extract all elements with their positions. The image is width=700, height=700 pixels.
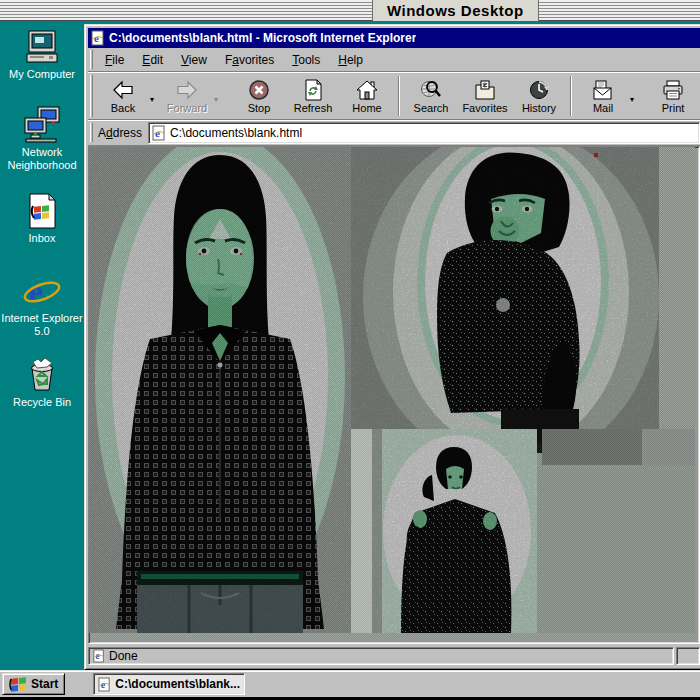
search-button[interactable]: Search <box>404 74 458 118</box>
background-filler <box>351 429 372 633</box>
status-zone-panel <box>676 647 700 665</box>
background-filler <box>659 147 695 453</box>
svg-text:e: e <box>96 651 100 661</box>
start-button[interactable]: Start <box>2 673 65 695</box>
menu-tools[interactable]: Tools <box>283 51 329 69</box>
search-icon <box>420 79 442 101</box>
desktop-icon-recycle-bin[interactable]: Recycle Bin <box>0 356 84 409</box>
page-content <box>88 146 700 644</box>
ie-page-icon: e <box>98 677 111 692</box>
svg-text:e: e <box>29 273 43 309</box>
refresh-button[interactable]: Refresh <box>286 74 340 118</box>
desktop-icon-label: Internet Explorer 5.0 <box>0 312 84 338</box>
menu-file[interactable]: File <box>96 51 133 69</box>
menu-favorites[interactable]: Favorites <box>216 51 283 69</box>
recycle-bin-icon <box>22 356 62 394</box>
history-button[interactable]: History <box>512 74 566 118</box>
toolbar-separator <box>570 76 572 116</box>
menu-view[interactable]: View <box>172 51 216 69</box>
menu-bar: File Edit View Favorites Tools Help <box>88 48 700 72</box>
ie-page-icon: e <box>91 30 105 46</box>
status-bar: e Done <box>88 644 700 666</box>
ie-page-icon: e <box>93 649 105 663</box>
history-icon <box>528 79 550 101</box>
address-label: Address <box>96 126 148 140</box>
menu-help[interactable]: Help <box>329 51 372 69</box>
desktop-icon-network-neighborhood[interactable]: Network Neighborhood <box>0 106 84 172</box>
crouching-photo <box>372 429 537 633</box>
back-dropdown[interactable]: ▾ <box>150 95 160 104</box>
stop-button[interactable]: Stop <box>232 74 286 118</box>
background-filler <box>542 429 642 465</box>
taskbar-task-blank-html[interactable]: e C:\documents\blank.... <box>93 673 245 695</box>
refresh-icon <box>302 79 324 101</box>
favorites-button[interactable]: Favorites <box>458 74 512 118</box>
forward-dropdown[interactable]: ▾ <box>214 95 224 104</box>
toolbar-gripper[interactable] <box>90 75 93 117</box>
desktop-icon-label: Inbox <box>0 232 84 245</box>
mail-icon <box>592 79 614 101</box>
stop-icon <box>248 79 270 101</box>
toolbar: Back ▾ Forward ▾ Stop <box>88 72 700 120</box>
browser-title: C:\documents\blank.html - Microsoft Inte… <box>109 31 416 45</box>
home-icon <box>356 79 378 101</box>
status-text: Done <box>109 649 138 663</box>
favorites-icon <box>474 79 496 101</box>
browser-window: e C:\documents\blank.html - Microsoft In… <box>84 24 700 670</box>
nose-pinch-photo <box>351 147 659 453</box>
address-gripper[interactable] <box>90 123 93 142</box>
desktop-icon-label: My Computer <box>0 68 84 81</box>
desktop-icon-internet-explorer[interactable]: e Internet Explorer 5.0 <box>0 272 84 338</box>
desktop-icon-inbox[interactable]: Inbox <box>0 192 84 245</box>
desktop-title-bar: Windows Desktop <box>0 0 700 21</box>
address-input[interactable]: e C:\documents\blank.html <box>148 122 700 144</box>
forward-button[interactable]: Forward <box>160 74 214 118</box>
status-message-panel: e Done <box>88 647 674 665</box>
background-filler <box>642 429 695 465</box>
screen: Windows Desktop My Computer <box>0 0 700 700</box>
my-computer-icon <box>22 28 62 66</box>
address-bar: Address e C:\documents\blank.html <box>88 120 700 146</box>
task-label: C:\documents\blank.... <box>115 677 240 691</box>
large-portrait-photo <box>89 147 351 633</box>
address-value: C:\documents\blank.html <box>170 126 302 140</box>
print-button[interactable]: Print <box>646 74 700 118</box>
internet-explorer-icon: e <box>22 272 62 310</box>
home-button[interactable]: Home <box>340 74 394 118</box>
windows-logo-icon <box>9 676 27 692</box>
desktop-icon-my-computer[interactable]: My Computer <box>0 28 84 81</box>
desktop-icon-label: Recycle Bin <box>0 396 84 409</box>
back-icon <box>112 79 134 101</box>
print-icon <box>662 79 684 101</box>
toolbar-separator <box>398 76 400 116</box>
menu-gripper[interactable] <box>90 50 93 69</box>
mail-button[interactable]: Mail <box>576 74 630 118</box>
inbox-icon <box>22 192 62 230</box>
back-button[interactable]: Back <box>96 74 150 118</box>
ie-page-icon: e <box>152 125 166 141</box>
taskbar: Start e C:\documents\blank.... <box>0 670 700 700</box>
browser-titlebar[interactable]: e C:\documents\blank.html - Microsoft In… <box>88 28 700 48</box>
desktop-title: Windows Desktop <box>372 0 539 21</box>
network-neighborhood-icon <box>22 106 62 144</box>
forward-icon <box>176 79 198 101</box>
desktop-icon-label: Network Neighborhood <box>0 146 84 172</box>
menu-edit[interactable]: Edit <box>133 51 172 69</box>
start-label: Start <box>31 677 58 691</box>
mail-dropdown[interactable]: ▾ <box>630 95 640 104</box>
